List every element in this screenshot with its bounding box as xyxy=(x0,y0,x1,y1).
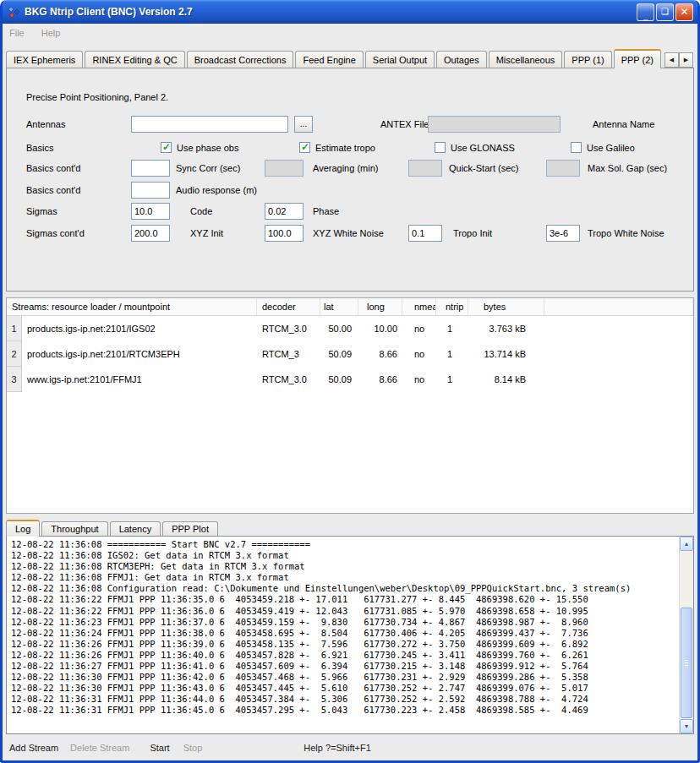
log-line: 12-08-22 11:36:08 IGS02: Get data in RTC… xyxy=(11,550,675,561)
titlebar[interactable]: BKG Ntrip Client (BNC) Version 2.7 _ ❏ ✕ xyxy=(3,0,697,24)
stream-decoder: RTCM_3.0 xyxy=(257,316,320,341)
add-stream-button[interactable]: Add Stream xyxy=(9,743,58,753)
log-line: 12-08-22 11:36:23 FFMJ1 PPP 11:36:37.0 6… xyxy=(11,617,675,628)
antennas-label: Antennas xyxy=(26,116,65,133)
stop-button[interactable]: Stop xyxy=(183,743,203,753)
close-button[interactable]: ✕ xyxy=(675,3,693,21)
xyz-white-noise-label: XYZ White Noise xyxy=(313,225,384,242)
log-line: 12-08-22 11:36:31 FFMJ1 PPP 11:36:44.0 6… xyxy=(11,694,675,705)
column-header-bytes[interactable]: bytes xyxy=(468,298,544,315)
log-line: 12-08-22 11:36:30 FFMJ1 PPP 11:36:42.0 6… xyxy=(11,672,675,683)
scroll-up-icon[interactable]: ▲ xyxy=(680,537,693,551)
sigmas-label: Sigmas xyxy=(26,203,57,220)
app-icon xyxy=(7,5,20,19)
stream-mountpoint: www.igs-ip.net:2101/FFMJ1 xyxy=(22,367,257,392)
tropo-init-input[interactable] xyxy=(408,225,442,242)
xyz-init-input[interactable] xyxy=(131,225,170,242)
log-line: 12-08-22 11:36:26 FFMJ1 PPP 11:36:39.0 6… xyxy=(11,639,675,650)
help-shortcut-label: Help ?=Shift+F1 xyxy=(304,743,371,753)
tab-strip: IEX Ephemeris RINEX Editing & QC Broadca… xyxy=(3,42,697,68)
tab-broadcast-corrections[interactable]: Broadcast Corrections xyxy=(187,51,294,68)
tropo-white-noise-input[interactable] xyxy=(546,225,580,242)
antenna-name-label: Antenna Name xyxy=(593,116,654,133)
bottom-bar: Add Stream Delete Stream Start Stop Help… xyxy=(3,734,697,760)
menu-file[interactable]: File xyxy=(9,28,25,38)
tab-ppp-plot[interactable]: PPP Plot xyxy=(162,521,218,536)
tab-scroll-left-icon[interactable]: ◀ xyxy=(664,52,679,68)
tab-miscellaneous[interactable]: Miscellaneous xyxy=(489,51,563,68)
tab-scroll-right-icon[interactable]: ▶ xyxy=(679,52,693,68)
tab-log[interactable]: Log xyxy=(6,520,40,537)
stream-bytes: 8.14 kB xyxy=(468,367,544,392)
tab-throughput[interactable]: Throughput xyxy=(41,521,107,536)
log-line: 12-08-22 11:36:22 FFMJ1 PPP 11:36:35.0 6… xyxy=(11,594,675,605)
stream-long: 8.66 xyxy=(358,341,402,367)
stream-row[interactable]: 1 products.igs-ip.net:2101/IGS02 RTCM_3.… xyxy=(7,316,693,341)
log-line: 12-08-22 11:36:22 FFMJ1 PPP 11:36:36.0 6… xyxy=(11,606,675,617)
tropo-init-label: Tropo Init xyxy=(453,225,492,242)
antex-browse-button[interactable]: ... xyxy=(294,116,313,133)
stream-bytes: 13.714 kB xyxy=(468,341,544,367)
tab-rinex-editing-qc[interactable]: RINEX Editing & QC xyxy=(85,51,184,68)
tab-feed-engine[interactable]: Feed Engine xyxy=(295,51,363,68)
stream-nmea: no xyxy=(402,367,436,392)
basics-contd-label-2: Basics cont'd xyxy=(26,182,80,199)
use-galileo-checkbox[interactable] xyxy=(571,142,582,153)
stream-lat: 50.09 xyxy=(320,367,358,392)
scroll-down-icon[interactable]: ▼ xyxy=(680,719,693,733)
estimate-tropo-checkbox[interactable] xyxy=(299,142,310,153)
tab-latency[interactable]: Latency xyxy=(110,521,161,536)
tab-ppp-2[interactable]: PPP (2) xyxy=(614,49,661,68)
use-glonass-label: Use GLONASS xyxy=(451,139,515,156)
antex-file-label: ANTEX File xyxy=(380,116,429,133)
scrollbar-thumb[interactable] xyxy=(681,608,692,718)
stream-row[interactable]: 2 products.igs-ip.net:2101/RTCM3EPH RTCM… xyxy=(7,341,693,367)
log-panel: 12-08-22 11:36:08 =========== Start BNC … xyxy=(6,536,694,734)
row-number[interactable]: 2 xyxy=(7,341,22,367)
sigmas-contd-row: Sigmas cont'd XYZ Init XYZ White Noise T… xyxy=(7,225,693,242)
stream-ntrip: 1 xyxy=(436,316,468,341)
stream-long: 8.66 xyxy=(358,367,402,392)
menu-help[interactable]: Help xyxy=(41,28,61,38)
use-glonass-checkbox[interactable] xyxy=(435,142,446,153)
column-header-nmea[interactable]: nmea xyxy=(402,298,436,315)
basics-row: Basics Use phase obs Estimate tropo Use … xyxy=(7,139,693,156)
averaging-label: Averaging (min) xyxy=(313,160,378,177)
panel-description: Precise Point Positioning, Panel 2. xyxy=(26,92,168,102)
xyz-white-noise-input[interactable] xyxy=(265,225,304,242)
column-header-decoder[interactable]: decoder xyxy=(257,298,320,315)
log-scrollbar[interactable]: ▲ ▼ xyxy=(679,537,693,733)
column-header-ntrip[interactable]: ntrip xyxy=(436,298,468,315)
delete-stream-button[interactable]: Delete Stream xyxy=(70,743,129,753)
column-header-long[interactable]: long xyxy=(358,298,402,315)
column-header-streams[interactable]: Streams: resource loader / mountpoint xyxy=(7,298,257,315)
start-button[interactable]: Start xyxy=(150,743,169,753)
tab-iex-ephemeris[interactable]: IEX Ephemeris xyxy=(6,51,83,68)
row-number[interactable]: 1 xyxy=(7,316,22,341)
log-line: 12-08-22 11:36:30 FFMJ1 PPP 11:36:43.0 6… xyxy=(11,683,675,694)
tab-serial-output[interactable]: Serial Output xyxy=(365,51,435,68)
row-number[interactable]: 3 xyxy=(7,367,22,392)
stream-mountpoint: products.igs-ip.net:2101/RTCM3EPH xyxy=(22,341,257,367)
sigma-code-input[interactable] xyxy=(131,203,170,220)
sigma-phase-input[interactable] xyxy=(265,203,304,220)
log-line: 12-08-22 11:36:26 FFMJ1 PPP 11:36:40.0 6… xyxy=(11,650,675,661)
quick-start-label: Quick-Start (sec) xyxy=(449,160,519,177)
use-phase-obs-checkbox[interactable] xyxy=(161,142,172,153)
tab-ppp-1[interactable]: PPP (1) xyxy=(564,51,611,68)
ppp-panel-2: Precise Point Positioning, Panel 2. Ante… xyxy=(6,68,694,292)
estimate-tropo-label: Estimate tropo xyxy=(315,139,375,156)
log-output: 12-08-22 11:36:08 =========== Start BNC … xyxy=(11,539,675,732)
log-line: 12-08-22 11:36:31 FFMJ1 PPP 11:36:45.0 6… xyxy=(11,705,675,716)
stream-row[interactable]: 3 www.igs-ip.net:2101/FFMJ1 RTCM_3.0 50.… xyxy=(7,367,693,392)
antex-file-input[interactable] xyxy=(131,116,288,133)
tab-outages[interactable]: Outages xyxy=(436,51,487,68)
audio-response-input[interactable] xyxy=(131,182,170,199)
stream-filler xyxy=(544,367,693,392)
column-header-lat[interactable]: lat xyxy=(320,298,358,315)
sync-corr-input[interactable] xyxy=(131,160,170,177)
minimize-button[interactable]: _ xyxy=(637,3,654,21)
basics-contd-label: Basics cont'd xyxy=(26,160,80,177)
maximize-button[interactable]: ❏ xyxy=(656,3,674,21)
log-line: 12-08-22 11:36:08 FFMJ1: Get data in RTC… xyxy=(11,572,675,583)
